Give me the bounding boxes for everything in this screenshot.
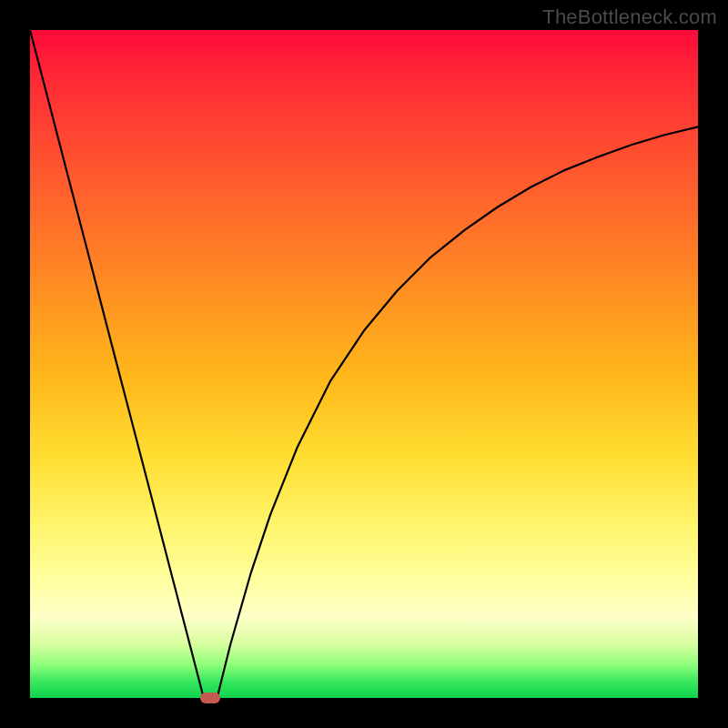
curve-path [30, 30, 698, 698]
minimum-marker [200, 693, 220, 703]
bottleneck-curve [30, 30, 698, 698]
watermark-text: TheBottleneck.com [542, 5, 717, 29]
plot-area [30, 30, 698, 698]
chart-frame: TheBottleneck.com [0, 0, 728, 728]
